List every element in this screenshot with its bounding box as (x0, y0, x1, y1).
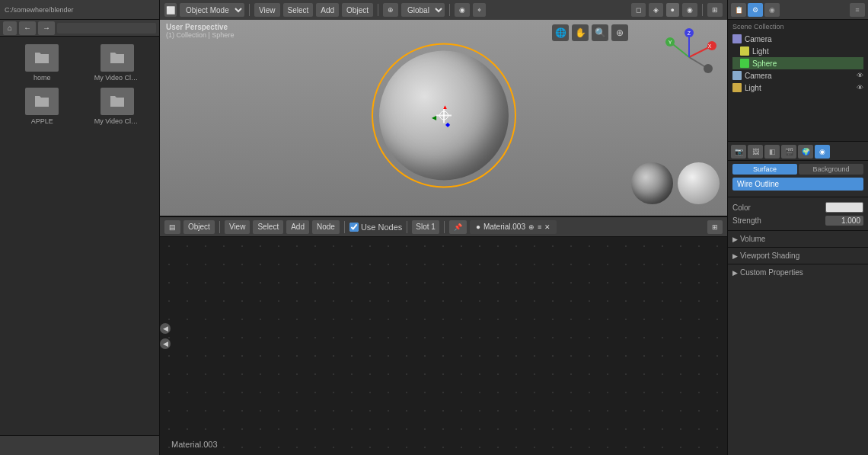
node-node-btn[interactable]: Node (312, 220, 340, 234)
object-mode-dropdown[interactable]: Object Mode (180, 3, 244, 17)
overlay-zoom-icon[interactable]: 🔍 (592, 24, 608, 41)
node-object-btn[interactable]: Object (183, 220, 215, 234)
item-icon2 (732, 83, 742, 92)
strength-prop-label: Strength (732, 216, 761, 225)
view3d-icon-btn[interactable]: ◉ (764, 3, 780, 17)
snap-btn[interactable]: ⌖ (473, 3, 486, 17)
tree-item-more2[interactable]: Light 👁 (732, 82, 863, 94)
folder-icon (25, 88, 59, 115)
edge-arrow-up[interactable]: ◀ (160, 323, 171, 334)
scene-props-icon[interactable]: 🎬 (781, 145, 796, 159)
node-pin-btn[interactable]: 📌 (449, 220, 467, 234)
folder-icon (101, 88, 134, 115)
list-item[interactable]: home (8, 44, 77, 82)
use-nodes-checkbox[interactable] (349, 223, 359, 232)
material-tabs: Surface Background (732, 164, 863, 175)
left-nav-back[interactable]: ← (19, 21, 36, 35)
edge-arrow-down[interactable]: ◀ (160, 338, 171, 349)
node-select-btn[interactable]: Select (253, 220, 283, 234)
viewport-shading-render[interactable]: ◉ (682, 3, 697, 17)
right-top-bar: 📋 ⚙ ◉ ≡ (728, 0, 868, 20)
color-prop-label: Color (732, 203, 751, 212)
left-nav-home[interactable]: ⌂ (3, 21, 17, 35)
transform-icon[interactable]: ⊕ (383, 3, 398, 17)
overlay-crosshair-icon[interactable]: ⊕ (611, 24, 628, 41)
background-tab[interactable]: Background (799, 164, 863, 175)
camera-icon (732, 34, 742, 43)
material-color-section: Color Strength 1.000 (728, 197, 868, 231)
item-label: Camera (745, 72, 772, 80)
more-options-btn[interactable]: ≡ (850, 3, 865, 17)
material-sphere-icon: ● (476, 223, 480, 231)
view-button[interactable]: View (254, 3, 280, 17)
property-type-icons: 📷 🖼 ◧ 🎬 🌍 ◉ (728, 142, 868, 161)
outliner-icon-btn[interactable]: 📋 (731, 3, 746, 17)
visibility-icon2[interactable]: 👁 (857, 84, 863, 91)
viewport-toolbar: ⬜ Object Mode View Select Add Object ⊕ G… (160, 0, 727, 20)
material-x-icon: ✕ (544, 223, 550, 231)
overlay-globe-icon[interactable]: 🌐 (552, 24, 569, 41)
overlay-hand-icon[interactable]: ✋ (572, 24, 589, 41)
editor-type-btn[interactable]: ⊞ (707, 3, 723, 17)
material-bottom-label: Material.003 (171, 440, 218, 449)
material-slot-display[interactable]: Wire Outline (732, 178, 863, 191)
viewport-shading-expand-row[interactable]: ▶ Viewport Shading (732, 250, 863, 261)
view-layer-icon[interactable]: ◧ (764, 145, 780, 159)
custom-props-expand-row[interactable]: ▶ Custom Properties (732, 267, 863, 278)
viewport-mode-icon-btn[interactable]: ⬜ (164, 3, 177, 17)
object-button[interactable]: Object (342, 3, 373, 17)
volume-label: Volume (740, 235, 765, 243)
material-props-icon[interactable]: ◉ (815, 145, 830, 159)
viewport-gizmo[interactable]: X Y Z (659, 27, 720, 88)
material-slot-label: Wire Outline (737, 180, 779, 188)
list-item[interactable]: My Video Clo... (83, 44, 152, 82)
select-button[interactable]: Select (283, 3, 314, 17)
scene-label: Scene Collection (732, 23, 863, 30)
list-item[interactable]: My Video Clo... (83, 88, 152, 125)
custom-props-label: Custom Properties (740, 268, 803, 277)
volume-expand-row[interactable]: ▶ Volume (732, 233, 863, 245)
file-item-label: My Video Clo... (94, 117, 140, 125)
list-item[interactable]: APPLE (8, 88, 77, 125)
transform-dropdown[interactable]: Global (401, 3, 445, 17)
viewport-shading-solid[interactable]: ◈ (649, 3, 663, 17)
node-editor: ▤ Object View Select Add Node Use Nodes … (160, 217, 727, 455)
left-sidebar: C:/somewhere/blender ⌂ ← → home My Video… (0, 0, 160, 455)
file-item-label: My Video Clo... (94, 74, 140, 82)
node-view-btn[interactable]: View (225, 220, 251, 234)
file-grid: home My Video Clo... APPLE My Video Clo. (5, 41, 155, 128)
viewport-shading-label: Viewport Shading (740, 252, 799, 260)
separator (249, 4, 250, 16)
material-name-text: Material.003 (483, 223, 525, 231)
node-toolbar-extra[interactable]: ⊞ (707, 220, 723, 234)
render-props-icon[interactable]: 📷 (731, 145, 746, 159)
node-editor-type-btn[interactable]: ▤ (164, 220, 180, 234)
custom-props-expand-arrow: ▶ (732, 269, 738, 277)
preview-sphere-material (678, 162, 720, 204)
add-button[interactable]: Add (316, 3, 339, 17)
left-nav-forward[interactable]: → (38, 21, 55, 35)
strength-prop-val[interactable]: 1.000 (825, 216, 863, 226)
node-add-btn[interactable]: Add (286, 220, 309, 234)
tree-item-more[interactable]: Camera 👁 (732, 69, 863, 82)
tree-item-light[interactable]: Light (732, 45, 863, 57)
output-props-icon[interactable]: 🖼 (748, 145, 763, 159)
preview-sphere-environment (631, 162, 673, 204)
world-props-icon[interactable]: 🌍 (798, 145, 813, 159)
viewport-shading-material[interactable]: ● (666, 3, 679, 17)
color-prop-swatch[interactable] (825, 202, 863, 213)
slot-selector[interactable]: Slot 1 (412, 220, 439, 234)
camera-label: Camera (745, 35, 772, 43)
properties-icon-btn[interactable]: ⚙ (748, 3, 763, 17)
folder-icon (25, 44, 59, 72)
tree-item-camera[interactable]: Camera (732, 33, 863, 45)
viewport-shading-wire[interactable]: ◻ (631, 3, 646, 17)
material-name-display[interactable]: ● Material.003 ⊕ ≡ ✕ (470, 220, 557, 234)
use-nodes-checkbox-container[interactable]: Use Nodes (349, 223, 402, 232)
surface-tab[interactable]: Surface (732, 164, 797, 175)
material-copy-icon: ⊕ (528, 223, 535, 231)
visibility-icon[interactable]: 👁 (857, 72, 863, 79)
proportional-btn[interactable]: ◉ (455, 3, 470, 17)
tree-item-sphere[interactable]: Sphere (732, 57, 863, 69)
separator (449, 4, 450, 16)
